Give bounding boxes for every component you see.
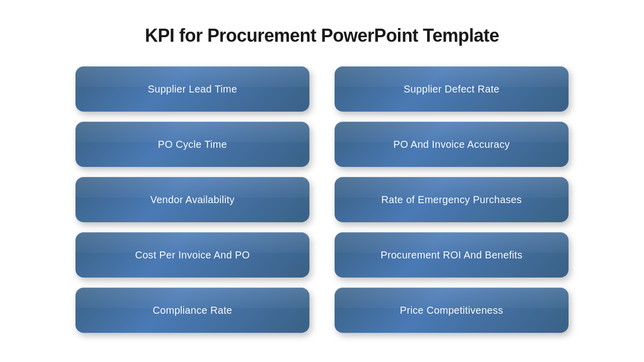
card-supplier-defect-rate-label: Supplier Defect Rate (404, 83, 500, 95)
card-po-cycle-time-label: PO Cycle Time (158, 139, 227, 150)
card-compliance-rate[interactable]: Compliance Rate (75, 288, 309, 333)
card-procurement-roi-and-benefits[interactable]: Procurement ROI And Benefits (335, 232, 569, 278)
card-price-competitiveness-label: Price Competitiveness (400, 305, 503, 316)
card-vendor-availability-label: Vendor Availability (150, 194, 235, 206)
card-rate-of-emergency-purchases[interactable]: Rate of Emergency Purchases (335, 177, 569, 222)
card-po-and-invoice-accuracy-label: PO And Invoice Accuracy (393, 139, 510, 150)
card-supplier-defect-rate[interactable]: Supplier Defect Rate (335, 66, 569, 112)
card-cost-per-invoice-and-po-label: Cost Per Invoice And PO (135, 249, 250, 261)
card-compliance-rate-label: Compliance Rate (153, 305, 232, 316)
card-supplier-lead-time-label: Supplier Lead Time (148, 83, 237, 95)
card-procurement-roi-and-benefits-label: Procurement ROI And Benefits (381, 249, 523, 261)
card-vendor-availability[interactable]: Vendor Availability (75, 177, 309, 222)
kpi-grid: Supplier Lead Time Supplier Defect Rate … (75, 66, 569, 333)
page-title: KPI for Procurement PowerPoint Template (145, 25, 499, 46)
card-po-and-invoice-accuracy[interactable]: PO And Invoice Accuracy (335, 122, 569, 167)
card-cost-per-invoice-and-po[interactable]: Cost Per Invoice And PO (75, 232, 309, 278)
card-price-competitiveness[interactable]: Price Competitiveness (335, 288, 569, 333)
card-po-cycle-time[interactable]: PO Cycle Time (75, 122, 309, 167)
card-supplier-lead-time[interactable]: Supplier Lead Time (75, 66, 309, 112)
card-rate-of-emergency-purchases-label: Rate of Emergency Purchases (381, 194, 522, 206)
